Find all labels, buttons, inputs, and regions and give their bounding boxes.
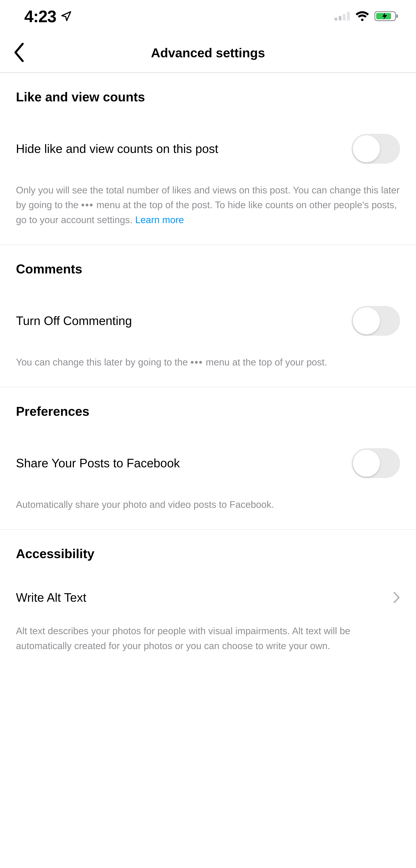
section-likes: Like and view counts Hide like and view …	[0, 73, 416, 245]
status-bar: 4:23	[0, 0, 416, 33]
row-share-facebook: Share Your Posts to Facebook	[16, 422, 400, 485]
battery-icon	[374, 10, 398, 22]
svg-rect-3	[347, 12, 350, 21]
status-time: 4:23	[24, 7, 56, 26]
wifi-icon	[355, 11, 370, 22]
page-title: Advanced settings	[151, 45, 265, 60]
status-right	[335, 10, 398, 22]
row-hide-likes: Hide like and view counts on this post	[16, 108, 400, 170]
toggle-knob	[353, 307, 380, 334]
turn-off-commenting-description: You can change this later by going to th…	[16, 343, 400, 387]
write-alt-text-label: Write Alt Text	[16, 591, 86, 604]
dots-icon: •••	[81, 199, 94, 210]
dots-icon: •••	[190, 357, 203, 368]
location-icon	[60, 10, 72, 23]
hide-likes-toggle[interactable]	[351, 134, 400, 164]
section-preferences: Preferences Share Your Posts to Facebook…	[0, 387, 416, 530]
cellular-icon	[335, 12, 350, 21]
svg-rect-0	[335, 18, 337, 21]
hide-likes-description: Only you will see the total number of li…	[16, 170, 400, 245]
back-button[interactable]	[12, 42, 26, 63]
toggle-knob	[353, 135, 380, 162]
hide-likes-label: Hide like and view counts on this post	[16, 142, 218, 156]
section-title-likes: Like and view counts	[16, 73, 400, 108]
section-title-comments: Comments	[16, 245, 400, 280]
share-facebook-description: Automatically share your photo and video…	[16, 485, 400, 529]
svg-rect-6	[396, 14, 398, 18]
section-title-preferences: Preferences	[16, 387, 400, 422]
row-write-alt-text[interactable]: Write Alt Text	[16, 564, 400, 612]
svg-rect-1	[339, 16, 342, 21]
desc-text: menu at the top of your post.	[203, 357, 327, 368]
desc-text: You can change this later by going to th…	[16, 357, 190, 368]
share-facebook-label: Share Your Posts to Facebook	[16, 456, 180, 470]
turn-off-commenting-label: Turn Off Commenting	[16, 314, 132, 328]
row-turn-off-commenting: Turn Off Commenting	[16, 280, 400, 343]
svg-rect-2	[343, 14, 346, 21]
status-left: 4:23	[24, 7, 72, 26]
chevron-left-icon	[13, 43, 25, 63]
header: Advanced settings	[0, 33, 416, 73]
section-accessibility: Accessibility Write Alt Text Alt text de…	[0, 530, 416, 671]
section-title-accessibility: Accessibility	[16, 530, 400, 564]
learn-more-link[interactable]: Learn more	[135, 214, 184, 225]
write-alt-text-description: Alt text describes your photos for peopl…	[16, 612, 400, 671]
share-facebook-toggle[interactable]	[351, 448, 400, 478]
turn-off-commenting-toggle[interactable]	[351, 306, 400, 336]
toggle-knob	[353, 450, 380, 477]
chevron-right-icon	[393, 591, 400, 603]
section-comments: Comments Turn Off Commenting You can cha…	[0, 245, 416, 387]
